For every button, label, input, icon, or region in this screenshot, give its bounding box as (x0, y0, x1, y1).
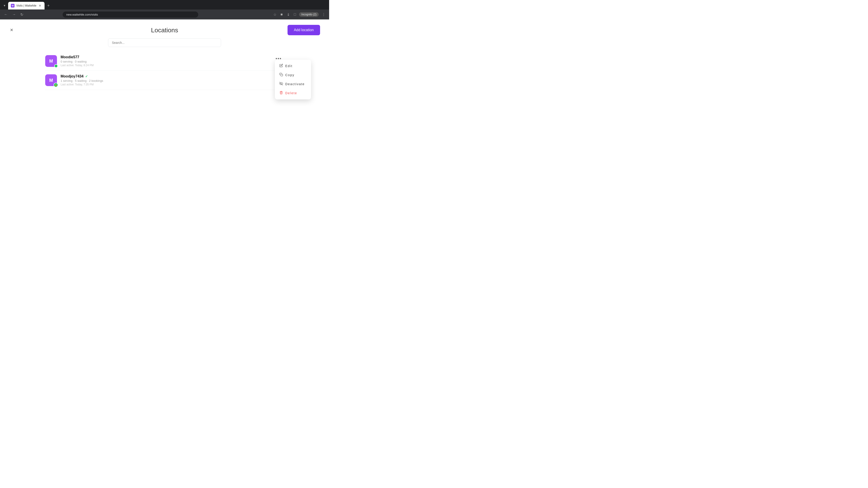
dropdown-copy-item[interactable]: Copy (275, 70, 311, 79)
status-online-dot (54, 64, 58, 68)
address-input[interactable] (63, 11, 198, 18)
back-button[interactable]: ← (3, 11, 9, 18)
tab-bar: ▼ W Visits | Waitwhile ✕ + (0, 0, 329, 9)
reload-button[interactable]: ↻ (19, 11, 25, 18)
dropdown-edit-item[interactable]: Edit (275, 61, 311, 70)
dropdown-deactivate-item[interactable]: Deactivate (275, 79, 311, 89)
avatar-letter: M (49, 78, 53, 83)
location-active-moodjoy7434: Last active: Today, 7:35 PM (61, 83, 273, 86)
tab-favicon: W (11, 4, 14, 7)
location-avatar-moodie577: M (45, 55, 57, 67)
incognito-badge[interactable]: Incognito (2) (299, 12, 319, 17)
menu-icon[interactable]: ⋮ (321, 11, 327, 18)
location-info-moodie577: Moodie577 0 serving · 0 waiting Last act… (61, 55, 273, 67)
profile-icon[interactable]: □ (293, 11, 297, 18)
tab-dropdown-arrow[interactable]: ▼ (2, 3, 7, 8)
location-info-moodjoy7434: Moodjoy7434 ✓ 1 serving · 5 waiting · 2 … (61, 74, 273, 86)
copy-icon (279, 73, 283, 77)
extensions-icon[interactable]: ■ (280, 11, 284, 18)
delete-label: Delete (285, 91, 297, 95)
search-container (0, 38, 329, 47)
forward-button[interactable]: → (11, 11, 17, 18)
deactivate-icon (279, 82, 283, 86)
add-location-button[interactable]: Add location (287, 25, 320, 35)
page-content: ✕ Locations Add location M Moodie577 0 s… (0, 20, 329, 184)
location-more-button-moodie577[interactable]: ••• Edit (273, 55, 284, 62)
locations-list: M Moodie577 0 serving · 0 waiting Last a… (0, 52, 329, 90)
browser-chrome: ▼ W Visits | Waitwhile ✕ + ← → ↻ ☆ ■ ⇓ □… (0, 0, 329, 20)
dropdown-delete-item[interactable]: Delete (275, 89, 311, 98)
avatar-letter: M (49, 59, 53, 64)
bookmark-icon[interactable]: ☆ (272, 11, 277, 18)
location-item-moodjoy7434[interactable]: M 🔒 Moodjoy7434 ✓ 1 serving · 5 waiting … (45, 71, 284, 90)
copy-label: Copy (285, 73, 294, 77)
location-avatar-moodjoy7434: M 🔒 (45, 74, 57, 86)
location-name-moodjoy7434: Moodjoy7434 ✓ (61, 74, 273, 78)
active-tab[interactable]: W Visits | Waitwhile ✕ (8, 2, 44, 9)
tab-close-button[interactable]: ✕ (38, 3, 42, 8)
dropdown-menu: Edit Copy (275, 60, 311, 99)
location-stats-moodjoy7434: 1 serving · 5 waiting · 2 bookings (61, 79, 273, 83)
verified-check-icon: ✓ (85, 74, 88, 78)
close-button[interactable]: ✕ (9, 27, 14, 33)
location-stats-moodie577: 0 serving · 0 waiting (61, 60, 273, 63)
edit-label: Edit (285, 64, 292, 68)
delete-icon (279, 91, 283, 95)
location-active-moodie577: Last active: Today, 8:24 PM (61, 64, 273, 67)
location-name-moodie577: Moodie577 (61, 55, 273, 59)
location-item[interactable]: M Moodie577 0 serving · 0 waiting Last a… (45, 52, 284, 71)
deactivate-label: Deactivate (285, 82, 305, 86)
new-tab-button[interactable]: + (45, 2, 52, 9)
page-header: ✕ Locations Add location (0, 20, 329, 38)
download-icon[interactable]: ⇓ (286, 11, 291, 18)
tab-title: Visits | Waitwhile (16, 4, 36, 7)
address-bar-row: ← → ↻ ☆ ■ ⇓ □ Incognito (2) ⋮ (0, 9, 329, 20)
toolbar-right: ☆ ■ ⇓ □ Incognito (2) ⋮ (272, 11, 327, 18)
page-title: Locations (151, 27, 178, 34)
svg-rect-0 (281, 74, 283, 76)
edit-icon (279, 64, 283, 68)
busy-badge-icon: 🔒 (54, 83, 58, 87)
search-input[interactable] (108, 38, 221, 47)
